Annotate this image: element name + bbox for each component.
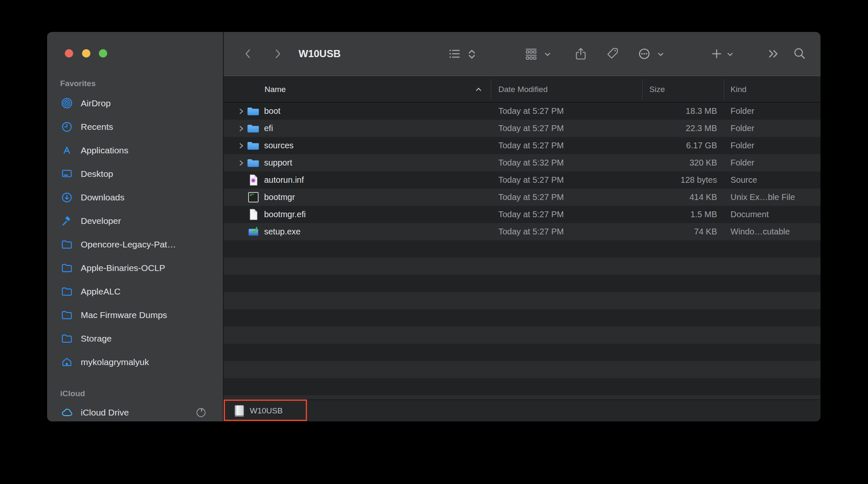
file-name: efi <box>264 120 273 137</box>
folder-icon <box>59 262 74 274</box>
column-header-size[interactable]: Size <box>649 76 665 103</box>
sidebar-item-label: Mac Firmware Dumps <box>81 303 167 327</box>
sidebar: Favorites AirDropRecentsApplicationsDesk… <box>47 32 223 421</box>
back-icon[interactable] <box>241 47 255 61</box>
file-date-modified: Today at 5:27 PM <box>498 189 564 206</box>
sidebar-item-label: Downloads <box>81 186 124 209</box>
main-pane: W10USB Name Date Modified Size Kind boot… <box>223 32 820 421</box>
empty-list-area <box>224 240 820 400</box>
file-size: 320 KB <box>689 154 717 171</box>
column-header-date-modified[interactable]: Date Modified <box>498 76 548 103</box>
file-row[interactable]: bootmgrToday at 5:27 PM414 KBUnix Ex…ble… <box>224 189 820 206</box>
sidebar-item-mykolagrymalyuk[interactable]: mykolagrymalyuk <box>47 350 223 374</box>
sidebar-item-developer[interactable]: Developer <box>47 209 223 233</box>
column-resizer[interactable] <box>642 79 643 100</box>
new-item-icon[interactable] <box>709 47 724 61</box>
sync-pie-icon <box>196 407 206 418</box>
more-actions-icon[interactable] <box>637 47 651 61</box>
icloud-icon <box>59 406 74 419</box>
sidebar-item-label: Desktop <box>81 162 113 186</box>
clock-icon <box>59 121 74 133</box>
file-date-modified: Today at 5:27 PM <box>498 137 564 154</box>
file-row[interactable]: setup.exeToday at 5:27 PM74 KBWindo…cuta… <box>224 223 820 240</box>
file-kind: Folder <box>730 103 754 120</box>
column-resizer[interactable] <box>491 79 491 100</box>
sidebar-item-apple-binaries-oclp[interactable]: Apple-Binaries-OCLP <box>47 256 223 280</box>
sidebar-item-recents[interactable]: Recents <box>47 115 223 139</box>
file-kind: Windo…cutable <box>730 223 790 240</box>
sidebar-section-favorites: Favorites <box>60 77 95 90</box>
file-size: 1.5 MB <box>691 206 717 223</box>
file-kind: Folder <box>730 154 754 171</box>
download-circle-icon <box>59 191 74 204</box>
chevron-down-icon[interactable] <box>543 50 552 58</box>
column-resizer[interactable] <box>724 79 724 100</box>
sidebar-section-icloud: iCloud <box>60 387 85 400</box>
disclosure-chevron-icon[interactable] <box>238 142 245 150</box>
file-name: support <box>264 154 292 171</box>
file-kind: Document <box>730 206 769 223</box>
file-size: 74 KB <box>694 223 717 240</box>
airdrop-icon <box>59 97 74 110</box>
annotation-highlight <box>224 400 307 421</box>
sidebar-item-applications[interactable]: Applications <box>47 139 223 162</box>
folder-filled-icon <box>246 157 260 169</box>
sidebar-item-desktop[interactable]: Desktop <box>47 162 223 186</box>
sidebar-favorites-list: AirDropRecentsApplicationsDesktopDownloa… <box>47 92 223 374</box>
file-date-modified: Today at 5:27 PM <box>498 103 564 120</box>
hammer-icon <box>59 215 74 227</box>
file-kind: Source <box>730 171 757 189</box>
sidebar-item-downloads[interactable]: Downloads <box>47 186 223 209</box>
file-row[interactable]: bootmgr.efiToday at 5:27 PM1.5 MBDocumen… <box>224 206 820 223</box>
group-by-icon[interactable] <box>524 47 538 61</box>
sidebar-icloud-list: iCloud Drive <box>47 401 223 421</box>
sidebar-item-label: Apple-Binaries-OCLP <box>81 256 165 280</box>
sidebar-item-label: Applications <box>81 139 128 162</box>
file-date-modified: Today at 5:27 PM <box>498 223 564 240</box>
list-view-icon[interactable] <box>447 47 462 61</box>
toolbar-overflow-icon[interactable] <box>767 47 781 61</box>
disclosure-chevron-icon[interactable] <box>238 108 245 115</box>
sidebar-item-opencore-legacy-pat[interactable]: Opencore-Legacy-Pat… <box>47 233 223 256</box>
zoom-button[interactable] <box>99 49 107 58</box>
sidebar-item-label: AirDrop <box>81 92 111 115</box>
disclosure-chevron-icon[interactable] <box>238 159 245 167</box>
file-row[interactable]: efiToday at 5:27 PM22.3 MBFolder <box>224 120 820 137</box>
file-kind: Folder <box>730 137 754 154</box>
sidebar-item-storage[interactable]: Storage <box>47 327 223 350</box>
sidebar-item-label: Storage <box>81 327 112 350</box>
tag-icon[interactable] <box>605 47 619 61</box>
file-row[interactable]: autorun.infToday at 5:27 PM128 bytesSour… <box>224 171 820 189</box>
chevron-down-icon[interactable] <box>726 50 734 58</box>
file-row[interactable]: supportToday at 5:32 PM320 KBFolder <box>224 154 820 171</box>
finder-window: Favorites AirDropRecentsApplicationsDesk… <box>47 32 820 421</box>
column-header-name[interactable]: Name <box>265 76 286 103</box>
minimize-button[interactable] <box>82 49 90 58</box>
file-date-modified: Today at 5:27 PM <box>498 206 564 223</box>
file-size: 128 bytes <box>680 171 717 189</box>
home-icon <box>59 356 74 368</box>
sidebar-item-label: Developer <box>81 209 121 233</box>
folder-icon <box>59 285 74 298</box>
file-size: 414 KB <box>689 189 717 206</box>
forward-icon[interactable] <box>270 47 285 61</box>
file-row[interactable]: sourcesToday at 5:27 PM6.17 GBFolder <box>224 137 820 154</box>
sidebar-item-label: iCloud Drive <box>81 401 129 421</box>
disclosure-chevron-icon[interactable] <box>238 125 245 132</box>
windows-executable-icon <box>246 226 260 238</box>
sidebar-item-airdrop[interactable]: AirDrop <box>47 92 223 115</box>
path-bar: W10USB <box>224 400 820 421</box>
folder-icon <box>59 238 74 251</box>
sidebar-item-applealc[interactable]: AppleALC <box>47 280 223 303</box>
file-row[interactable]: bootToday at 5:27 PM18.3 MBFolder <box>224 103 820 120</box>
sidebar-item-icloud-drive[interactable]: iCloud Drive <box>47 401 223 421</box>
view-sort-toggle-icon[interactable] <box>466 48 478 60</box>
sidebar-item-mac-firmware-dumps[interactable]: Mac Firmware Dumps <box>47 303 223 327</box>
column-header-kind[interactable]: Kind <box>730 76 746 103</box>
search-icon[interactable] <box>792 47 807 61</box>
close-button[interactable] <box>65 49 73 58</box>
chevron-down-icon[interactable] <box>656 50 665 58</box>
folder-filled-icon <box>246 122 260 135</box>
folder-filled-icon <box>246 139 260 152</box>
share-icon[interactable] <box>574 47 588 61</box>
